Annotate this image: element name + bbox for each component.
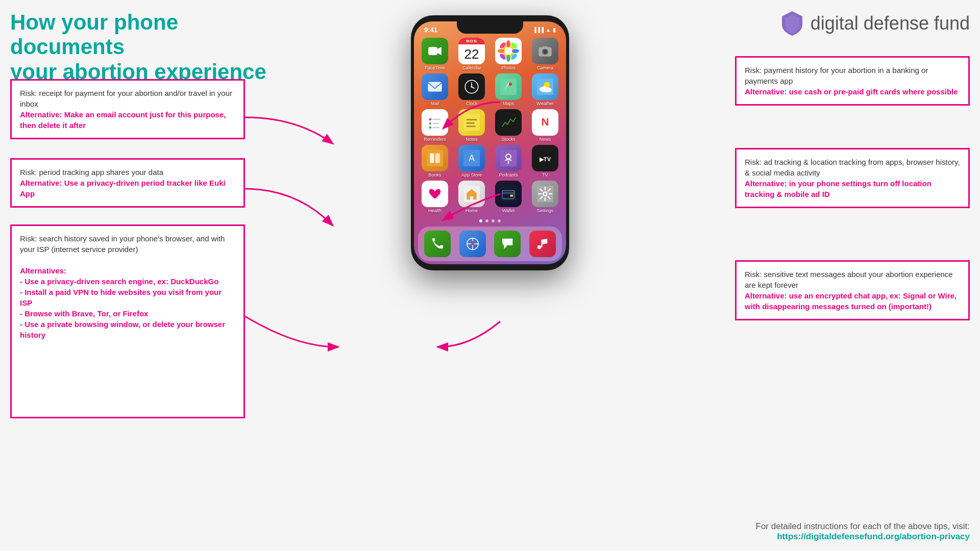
phone-container: 9:41 ▐▐▐ ▲ ▮ FaceTime: [396, 15, 584, 270]
footer-text: For detailed instructions for each of th…: [755, 521, 970, 532]
app-facetime[interactable]: FaceTime: [418, 38, 452, 70]
weather-icon: [532, 73, 558, 100]
mail-label: Mail: [431, 101, 439, 106]
reminders-label: Reminders: [424, 137, 446, 142]
svg-rect-33: [432, 123, 439, 124]
risk-box-4: Risk: payment history for your abortion …: [735, 56, 970, 106]
svg-rect-37: [467, 122, 475, 123]
dock-messages-icon[interactable]: [494, 231, 521, 257]
app-wallet[interactable]: Wallet: [492, 181, 525, 213]
photos-icon: [495, 38, 522, 64]
app-camera[interactable]: Camera: [528, 38, 562, 70]
svg-rect-22: [500, 79, 517, 95]
svg-rect-16: [543, 46, 548, 48]
dot-2: [485, 219, 488, 222]
risk-3-alt-header: Alternatives:: [20, 266, 66, 275]
settings-label: Settings: [537, 208, 554, 213]
risk-4-text: Risk: payment history for your abortion …: [745, 66, 928, 85]
app-clock[interactable]: Clock: [455, 73, 488, 106]
svg-marker-1: [437, 47, 442, 55]
app-health[interactable]: Health: [418, 181, 452, 213]
svg-rect-38: [467, 126, 476, 127]
dock-music-icon[interactable]: [529, 231, 556, 257]
app-maps[interactable]: Maps: [492, 73, 525, 106]
svg-point-74: [537, 245, 541, 249]
calendar-date: 22: [458, 44, 485, 64]
logo-area: digital defense fund: [780, 10, 970, 37]
page-dots: [414, 217, 566, 224]
svg-rect-32: [432, 119, 440, 120]
svg-rect-29: [429, 118, 431, 120]
facetime-icon: [422, 38, 448, 64]
app-calendar[interactable]: MON 22 Calendar: [455, 38, 488, 70]
wallet-icon: [495, 181, 522, 207]
tv-label: TV: [542, 172, 548, 178]
dot-1: [479, 219, 482, 222]
risk-2-text: Risk: period tracking app shares your da…: [20, 168, 163, 177]
svg-rect-36: [467, 119, 477, 120]
app-reminders[interactable]: Reminders: [418, 109, 452, 142]
svg-text:A: A: [469, 153, 475, 163]
home-label: Home: [465, 208, 478, 213]
risk-3-alt3: - Browse with Brave, Tor, or Firefox: [20, 309, 148, 318]
app-photos[interactable]: Photos: [492, 38, 525, 70]
footer-link[interactable]: https://digitaldefensefund.org/abortion-…: [777, 532, 970, 541]
dock-safari-icon[interactable]: [459, 231, 486, 257]
svg-rect-0: [428, 47, 437, 55]
app-home[interactable]: Home: [455, 181, 488, 213]
app-tv[interactable]: ▶TV TV: [528, 145, 562, 178]
app-notes[interactable]: Notes: [455, 109, 488, 142]
logo-text: digital defense fund: [811, 13, 970, 34]
svg-point-61: [544, 193, 547, 195]
status-icons: ▐▐▐ ▲ ▮: [533, 27, 556, 33]
photos-label: Photos: [501, 65, 516, 70]
phone-screen: 9:41 ▐▐▐ ▲ ▮ FaceTime: [414, 21, 566, 264]
facetime-label: FaceTime: [425, 65, 445, 70]
risk-3-alt1: - Use a privacy-driven search engine, ex…: [20, 277, 218, 286]
calendar-icon: MON 22: [458, 38, 485, 64]
svg-rect-34: [432, 127, 439, 128]
clock-label: Clock: [466, 101, 478, 106]
app-stocks[interactable]: Stocks: [492, 109, 525, 142]
home-icon: [458, 181, 485, 207]
svg-text:N: N: [541, 116, 549, 128]
risk-box-2: Risk: period tracking app shares your da…: [10, 158, 245, 208]
signal-icon: ▐▐▐: [533, 27, 544, 33]
svg-point-7: [512, 49, 519, 53]
svg-rect-31: [429, 127, 431, 129]
app-podcasts[interactable]: Podcasts: [492, 145, 525, 178]
svg-point-27: [544, 88, 552, 93]
health-label: Health: [428, 208, 442, 213]
notes-icon: [458, 109, 485, 136]
svg-point-5: [506, 55, 510, 62]
app-appstore[interactable]: A App Store: [455, 145, 488, 178]
svg-rect-17: [428, 82, 442, 91]
camera-label: Camera: [537, 65, 553, 70]
notes-label: Notes: [465, 137, 478, 142]
dot-3: [492, 219, 495, 222]
svg-point-23: [509, 83, 512, 86]
phone: 9:41 ▐▐▐ ▲ ▮ FaceTime: [411, 15, 569, 270]
footer-section: For detailed instructions for each of th…: [755, 521, 970, 542]
app-mail[interactable]: Mail: [418, 73, 452, 106]
phone-dock: [418, 227, 562, 261]
news-icon: N: [532, 109, 558, 136]
mail-icon: [422, 73, 448, 100]
svg-point-15: [543, 50, 547, 54]
risk-5-text: Risk: ad tracking & location tracking fr…: [745, 158, 960, 177]
svg-rect-75: [541, 240, 542, 247]
app-weather[interactable]: Weather: [528, 73, 562, 106]
svg-point-21: [471, 86, 472, 87]
risk-3-text: Risk: search history saved in your phone…: [20, 234, 225, 254]
podcasts-label: Podcasts: [499, 172, 518, 178]
app-news[interactable]: N News: [528, 109, 562, 142]
app-settings[interactable]: Settings: [528, 181, 562, 213]
risk-box-1: Risk: receipt for payment for your abort…: [10, 79, 245, 139]
appstore-icon: A: [458, 145, 485, 171]
wifi-icon: ▲: [546, 27, 551, 33]
svg-rect-44: [435, 153, 440, 163]
news-label: News: [540, 137, 551, 142]
app-books[interactable]: Books: [418, 145, 452, 178]
dock-phone-icon[interactable]: [424, 231, 451, 257]
camera-icon: [532, 38, 558, 64]
